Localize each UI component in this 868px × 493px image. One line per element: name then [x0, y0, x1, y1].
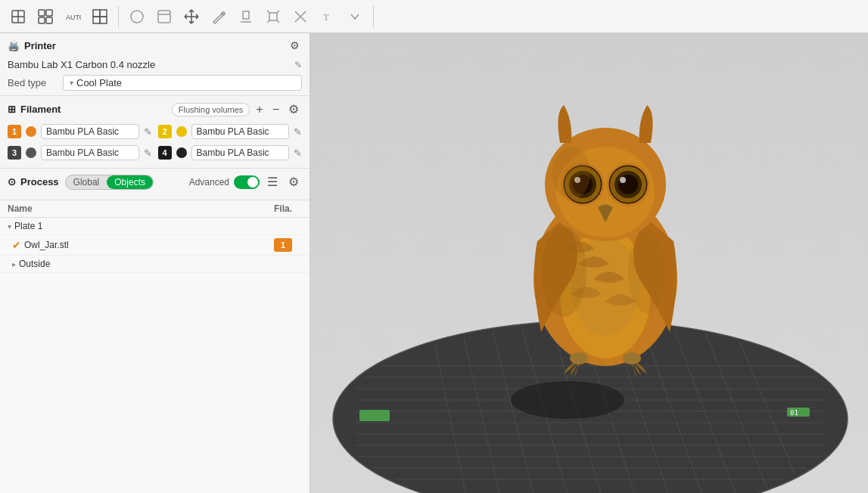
process-header: ⊙ Process Global Objects Advanced ☰ ⚙	[8, 173, 302, 191]
svg-rect-8	[93, 10, 100, 17]
printer-name-row[interactable]: Bambu Lab X1 Carbon 0.4 nozzle ✎	[8, 57, 302, 72]
filament-item-3: 3 Bambu PLA Basic ✎	[8, 145, 152, 160]
move-icon[interactable]	[179, 5, 204, 29]
plate1-label: Plate 1	[14, 221, 42, 231]
filament-swatch-2	[176, 126, 187, 137]
list-view-button[interactable]: ☰	[264, 173, 281, 191]
remove-filament-button[interactable]: −	[269, 101, 282, 118]
printer-section: 🖨️ Printer ⚙ Bambu Lab X1 Carbon 0.4 noz…	[0, 33, 310, 96]
printer-header: 🖨️ Printer ⚙	[8, 38, 302, 53]
tab-global[interactable]: Global	[66, 175, 107, 189]
filament-header: ⊞ Filament Flushing volumes + − ⚙	[8, 101, 302, 118]
svg-rect-5	[39, 17, 45, 23]
owl-label: Owl_Jar.stl	[24, 240, 69, 250]
svg-text:T: T	[323, 11, 329, 23]
svg-rect-45	[359, 410, 390, 421]
process-title: ⊙ Process	[8, 176, 59, 188]
table-row-outside[interactable]: ▸ Outside	[0, 256, 310, 273]
auto-orient-icon[interactable]: AUTO	[61, 5, 85, 29]
filament-name-button-1[interactable]: Bambu PLA Basic	[41, 124, 139, 139]
slice-icon[interactable]	[125, 5, 149, 29]
bed-type-dropdown[interactable]: ▾ Cool Plate	[63, 75, 302, 91]
scale-icon[interactable]	[261, 5, 285, 29]
text-icon[interactable]: T	[316, 5, 340, 29]
table-row-plate1[interactable]: ▾ Plate 1	[0, 218, 310, 235]
filament-icon: ⊞	[8, 104, 16, 115]
svg-rect-16	[243, 11, 249, 19]
filament-label: Filament	[20, 104, 61, 115]
filament-swatch-4	[176, 147, 187, 158]
filament-name-button-3[interactable]: Bambu PLA Basic	[41, 145, 139, 160]
advanced-toggle[interactable]	[234, 175, 260, 189]
more-tools-icon[interactable]	[343, 5, 367, 29]
printer-name-text: Bambu Lab X1 Carbon 0.4 nozzle	[8, 59, 155, 70]
add-filament-button[interactable]: +	[253, 101, 266, 118]
process-section: ⊙ Process Global Objects Advanced ☰ ⚙	[0, 169, 310, 200]
main-layout: 🖨️ Printer ⚙ Bambu Lab X1 Carbon 0.4 noz…	[0, 33, 868, 493]
bed-type-label: Bed type	[8, 77, 57, 88]
flushing-volumes-button[interactable]: Flushing volumes	[172, 103, 250, 116]
objects-table: Name Fila. ▾ Plate 1 ✔ Owl_Jar.stl 1	[0, 200, 310, 493]
printer-edit-icon[interactable]: ✎	[294, 60, 302, 70]
filament-swatch-1	[26, 126, 36, 137]
col-fila-header: Fila.	[264, 203, 302, 214]
filament-section: ⊞ Filament Flushing volumes + − ⚙ 1 Bamb…	[0, 96, 310, 169]
support-icon[interactable]	[234, 5, 258, 29]
plate-icon[interactable]	[152, 5, 176, 29]
owl-name: ✔ Owl_Jar.stl	[12, 239, 264, 251]
svg-rect-4	[46, 10, 52, 16]
svg-rect-9	[100, 10, 107, 17]
filament-edit-button-2[interactable]: ✎	[294, 126, 302, 138]
advanced-label: Advanced	[189, 177, 229, 188]
objects-table-header: Name Fila.	[0, 200, 310, 218]
toolbar-sep-2	[373, 6, 374, 27]
toolbar-sep-1	[118, 6, 119, 27]
plate1-name: ▾ Plate 1	[8, 221, 264, 231]
filament-settings-button[interactable]: ⚙	[285, 101, 302, 118]
process-more-button[interactable]: ⚙	[285, 173, 302, 191]
outside-name: ▸ Outside	[12, 259, 264, 269]
filament-num-3: 3	[8, 146, 21, 160]
table-row-owl[interactable]: ✔ Owl_Jar.stl 1	[0, 235, 310, 256]
filament-item-2: 2 Bambu PLA Basic ✎	[158, 124, 303, 139]
top-toolbar: AUTO	[0, 0, 868, 33]
paint-icon[interactable]	[207, 5, 231, 29]
arrange-icon[interactable]	[88, 5, 112, 29]
process-label: Process	[20, 176, 59, 188]
svg-rect-11	[100, 17, 107, 23]
svg-rect-13	[158, 11, 170, 23]
expand-icon: ▾	[8, 222, 11, 231]
filament-name-button-4[interactable]: Bambu PLA Basic	[191, 145, 290, 160]
printer-icon: 🖨️	[8, 40, 20, 51]
process-tab-group: Global Objects	[65, 175, 154, 190]
viewport[interactable]: 01	[310, 33, 868, 493]
grid-view-icon[interactable]	[33, 5, 58, 29]
svg-point-69	[628, 230, 666, 313]
svg-rect-6	[46, 17, 52, 23]
process-right-controls: Advanced ☰ ⚙	[189, 173, 302, 191]
printer-label: Printer	[24, 40, 56, 51]
printer-settings-icon[interactable]: ⚙	[287, 38, 302, 53]
svg-point-12	[131, 11, 143, 23]
filament-row-group-1: 1 Bambu PLA Basic ✎ 2 Bambu PLA Basic ✎	[8, 124, 302, 142]
filament-edit-button-1[interactable]: ✎	[144, 126, 152, 138]
cube-view-icon[interactable]	[6, 5, 30, 29]
viewport-scene: 01	[310, 33, 868, 493]
filament-row-group-2: 3 Bambu PLA Basic ✎ 4 Bambu PLA Basic ✎	[8, 145, 302, 163]
col-name-header: Name	[8, 203, 264, 214]
cut-icon[interactable]	[288, 5, 313, 29]
filament-controls: Flushing volumes + − ⚙	[172, 101, 302, 118]
tab-objects[interactable]: Objects	[107, 175, 153, 189]
svg-point-70	[552, 147, 590, 200]
filament-num-1: 1	[8, 125, 21, 138]
filament-edit-button-4[interactable]: ✎	[294, 147, 302, 159]
filament-name-button-2[interactable]: Bambu PLA Basic	[191, 124, 290, 139]
chevron-down-icon: ▾	[70, 79, 73, 87]
filament-num-4: 4	[158, 146, 172, 160]
svg-point-66	[570, 352, 588, 364]
owl-fila-badge: 1	[274, 238, 292, 252]
svg-text:01: 01	[790, 409, 798, 417]
owl-checkbox-icon[interactable]: ✔	[12, 239, 21, 251]
svg-point-48	[511, 381, 624, 419]
filament-edit-button-3[interactable]: ✎	[144, 147, 152, 159]
